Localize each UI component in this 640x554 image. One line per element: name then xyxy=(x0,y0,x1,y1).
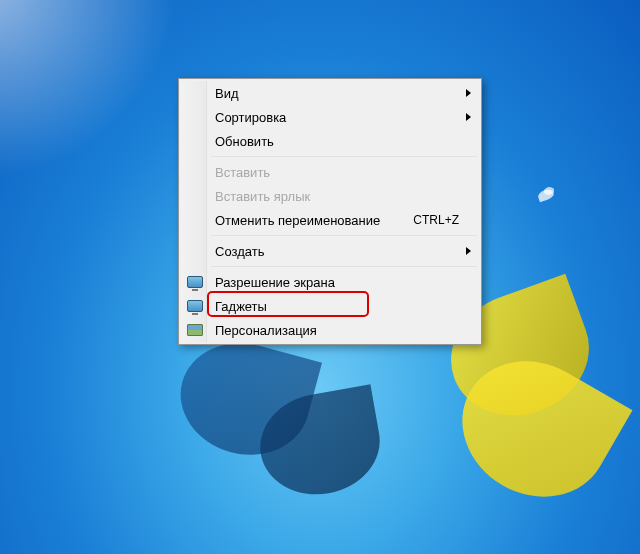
desktop[interactable]: Вид Сортировка Обновить Вставить Вставит… xyxy=(0,0,640,554)
menu-item-gadgets[interactable]: Гаджеты xyxy=(181,294,479,318)
menu-item-new[interactable]: Создать xyxy=(181,239,479,263)
monitor-icon xyxy=(186,298,204,314)
menu-item-label: Разрешение экрана xyxy=(215,275,459,290)
menu-item-undo-rename[interactable]: Отменить переименование CTRL+Z xyxy=(181,208,479,232)
submenu-arrow-icon xyxy=(466,89,471,97)
menu-item-personalize[interactable]: Персонализация xyxy=(181,318,479,342)
menu-separator xyxy=(211,266,477,267)
menu-item-view[interactable]: Вид xyxy=(181,81,479,105)
menu-item-label: Отменить переименование xyxy=(215,213,413,228)
menu-item-label: Вид xyxy=(215,86,459,101)
submenu-arrow-icon xyxy=(466,113,471,121)
menu-item-refresh[interactable]: Обновить xyxy=(181,129,479,153)
desktop-context-menu: Вид Сортировка Обновить Вставить Вставит… xyxy=(178,78,482,345)
light-ray xyxy=(0,0,180,180)
menu-separator xyxy=(211,235,477,236)
menu-item-paste: Вставить xyxy=(181,160,479,184)
menu-item-sort[interactable]: Сортировка xyxy=(181,105,479,129)
menu-item-label: Вставить xyxy=(215,165,459,180)
menu-item-label: Обновить xyxy=(215,134,459,149)
menu-item-label: Вставить ярлык xyxy=(215,189,459,204)
monitor-icon xyxy=(186,274,204,290)
menu-separator xyxy=(211,156,477,157)
wallpaper-dove xyxy=(538,190,560,206)
submenu-arrow-icon xyxy=(466,247,471,255)
menu-item-label: Сортировка xyxy=(215,110,459,125)
menu-item-label: Гаджеты xyxy=(215,299,459,314)
menu-item-screen-resolution[interactable]: Разрешение экрана xyxy=(181,270,479,294)
menu-item-paste-shortcut: Вставить ярлык xyxy=(181,184,479,208)
menu-item-shortcut: CTRL+Z xyxy=(413,213,459,227)
menu-item-label: Персонализация xyxy=(215,323,459,338)
picture-icon xyxy=(186,322,204,338)
menu-item-label: Создать xyxy=(215,244,459,259)
